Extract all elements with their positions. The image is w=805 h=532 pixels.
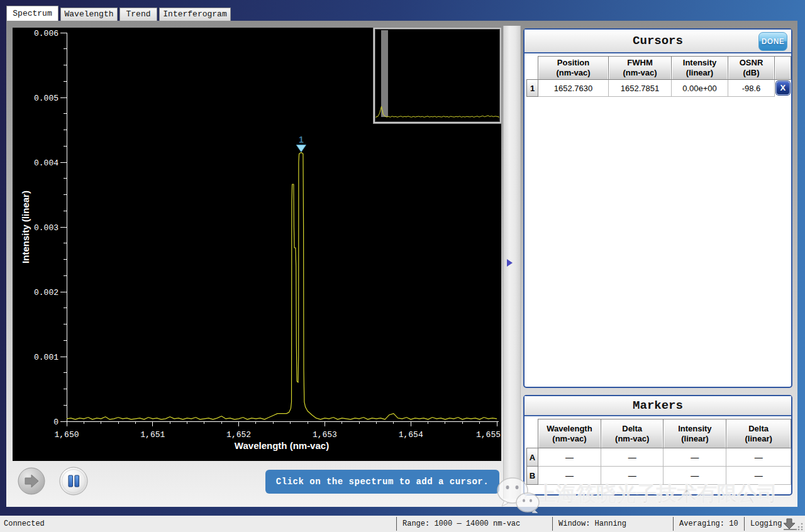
marker-cell: — (601, 448, 663, 467)
status-window: Window: Hanning (558, 516, 626, 532)
play-button[interactable] (18, 467, 45, 495)
markers-header-row: Wavelength(nm-vac)Delta(nm-vac)Intensity… (527, 419, 791, 448)
watermark-company-name: 上海筱晓光子技术有限公司 (536, 480, 777, 508)
svg-text:Intensity (linear): Intensity (linear) (20, 191, 31, 263)
cursor-marker-1: 1 (296, 135, 306, 152)
markers-table: Wavelength(nm-vac)Delta(nm-vac)Intensity… (526, 419, 791, 485)
marker-row: A———— (527, 448, 791, 467)
svg-text:0.005: 0.005 (34, 94, 58, 103)
cursors-panel: Cursors DONE Position(nm-vac)FWHM(nm-vac… (523, 28, 792, 388)
wechat-logo-watermark (496, 475, 541, 516)
cursor-cell: 1652.7851 (609, 80, 672, 97)
tab-trend[interactable]: Trend (119, 8, 157, 21)
collapse-arrow-icon[interactable] (507, 259, 513, 267)
marker-cell: — (726, 448, 791, 467)
cursors-col-header: Position(nm-vac) (538, 57, 609, 80)
svg-text:1,654: 1,654 (399, 430, 423, 440)
marker-cell: — (538, 448, 601, 467)
overview-chart (375, 29, 500, 122)
svg-text:0.006: 0.006 (34, 29, 58, 38)
cursor-row: 11652.76301652.78510.00e+00-98.6X (527, 80, 791, 97)
svg-text:0.003: 0.003 (34, 223, 58, 233)
markers-col-header: Intensity(linear) (663, 419, 726, 448)
panel-splitter[interactable] (503, 26, 521, 499)
svg-text:0.004: 0.004 (34, 158, 58, 168)
marker-row-label: A (527, 448, 538, 467)
svg-text:0.002: 0.002 (34, 288, 58, 297)
cursor-cell: 1652.7630 (538, 80, 609, 97)
tab-wavelength[interactable]: Wavelength (60, 8, 118, 21)
markers-col-header: Delta(nm-vac) (601, 419, 663, 448)
cursors-col-header: FWHM(nm-vac) (609, 57, 672, 80)
svg-text:1: 1 (299, 135, 304, 145)
status-averaging: Averaging: 10 (679, 516, 738, 532)
resize-grip (795, 522, 804, 531)
svg-text:1,653: 1,653 (313, 430, 337, 440)
status-logging: Logging (750, 516, 782, 532)
cursor-cell: 0.00e+00 (672, 80, 728, 97)
markers-col-header: Delta(linear) (726, 419, 791, 448)
cursors-header-row: Position(nm-vac)FWHM(nm-vac)Intensity(li… (527, 57, 791, 80)
done-button[interactable]: DONE (758, 32, 787, 51)
svg-text:0: 0 (53, 418, 58, 427)
markers-panel-title: Markers (525, 396, 791, 416)
banner-text: Click on the spectrum to add a cursor. (276, 477, 489, 487)
pause-button[interactable] (59, 467, 88, 496)
svg-text:1,652: 1,652 (226, 430, 251, 440)
overview-inset[interactable] (374, 28, 501, 123)
marker-cell: — (663, 448, 726, 467)
markers-col-header: Wavelength(nm-vac) (538, 419, 601, 448)
cursors-col-header: OSNR(dB) (728, 57, 775, 80)
cursors-col-header-blank (775, 57, 791, 80)
svg-text:1,650: 1,650 (54, 430, 79, 440)
cursor-cell: -98.6 (728, 80, 775, 97)
cursors-col-header: Intensity(linear) (672, 57, 728, 80)
tab-interferogram[interactable]: Interferogram (159, 8, 231, 21)
svg-text:Wavelength (nm-vac): Wavelength (nm-vac) (235, 440, 329, 451)
cursors-title-text: Cursors (633, 34, 683, 48)
status-bar: Connected Range: 1000 — 14000 nm-vac Win… (0, 516, 805, 532)
markers-title-text: Markers (633, 399, 683, 413)
tab-bar: SpectrumWavelengthTrendInterferogram (0, 0, 805, 21)
svg-text:1,651: 1,651 (140, 430, 165, 440)
delete-cursor-button[interactable]: X (776, 81, 790, 95)
status-connection: Connected (4, 516, 45, 532)
tab-spectrum[interactable]: Spectrum (6, 6, 58, 21)
cursor-row-label: 1 (527, 80, 538, 97)
cursor-hint-banner: Click on the spectrum to add a cursor. (265, 470, 499, 494)
svg-text:1,655: 1,655 (476, 430, 501, 440)
svg-text:0.001: 0.001 (34, 353, 58, 362)
status-range: Range: 1000 — 14000 nm-vac (402, 516, 520, 532)
cursors-table: Position(nm-vac)FWHM(nm-vac)Intensity(li… (526, 56, 791, 97)
cursors-panel-title: Cursors DONE (525, 30, 791, 53)
